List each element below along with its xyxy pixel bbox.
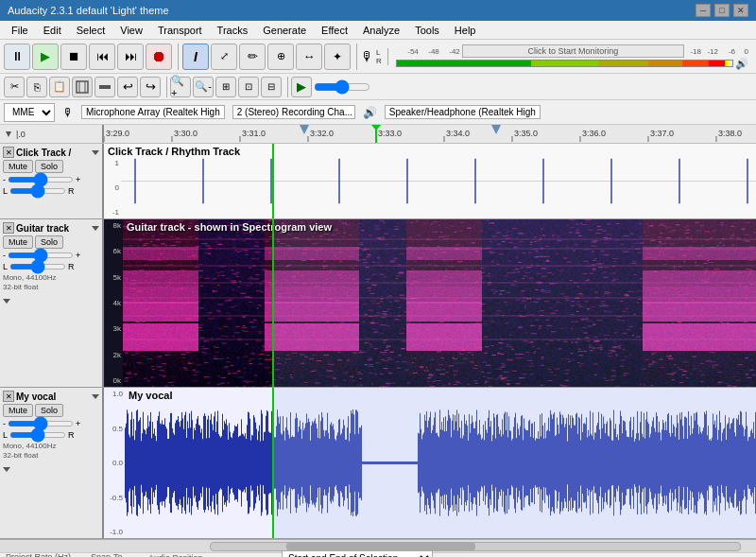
zoom-fit-button[interactable]: ⊡ — [238, 77, 259, 97]
vocal-pan-r: R — [68, 430, 75, 440]
envelope-tool-button[interactable]: ⤢ — [211, 44, 237, 70]
svg-text:3:31.0: 3:31.0 — [242, 129, 266, 138]
pause-button[interactable]: ⏸ — [4, 44, 30, 70]
stop-button[interactable]: ⏹ — [60, 44, 87, 70]
zoom-tool-button[interactable]: ⊕ — [267, 44, 294, 70]
scrollbar-thumb[interactable] — [286, 543, 475, 550]
svg-marker-4 — [6, 131, 11, 137]
svg-marker-30 — [92, 150, 99, 155]
click-gain-slider[interactable] — [8, 177, 74, 183]
timeline[interactable]: |.0 3:29.0 3:30.0 3:31.0 3:32.0 3:33.0 3… — [0, 125, 756, 144]
click-pan-l: L — [3, 186, 8, 196]
zoom-in-button[interactable]: 🔍+ — [170, 77, 191, 97]
guitar-track-info: Mono, 44100Hz32-bit float — [3, 273, 99, 293]
guitar-pan-l: L — [3, 262, 8, 271]
title-bar: Audacity 2.3.1 default 'Light' theme ─ □… — [0, 0, 756, 21]
vocal-mute-button[interactable]: Mute — [3, 404, 33, 417]
click-pan-slider[interactable] — [9, 188, 66, 194]
guitar-track: ✕ Guitar track Mute Solo - + L R Mono, 4… — [0, 219, 756, 388]
maximize-button[interactable]: □ — [714, 4, 730, 17]
vocal-track-close[interactable]: ✕ — [3, 391, 14, 402]
click-solo-button[interactable]: Solo — [35, 160, 63, 173]
cut-button[interactable]: ✂ — [4, 77, 25, 97]
menu-transport[interactable]: Transport — [150, 23, 210, 38]
skip-end-button[interactable]: ⏭ — [117, 44, 144, 70]
click-track-controls: ✕ Click Track / Mute Solo - + L R — [0, 144, 104, 218]
svg-marker-31 — [92, 226, 99, 231]
bottom-bar: Project Rate (Hz) 44100 Snap-To Off Audi… — [0, 552, 756, 557]
play-at-speed-button[interactable]: ▶ — [291, 77, 312, 97]
draw-tool-button[interactable]: ✏ — [239, 44, 266, 70]
vocal-track-content[interactable]: 1.0 0.5 0.0 -0.5 -1.0 My vocal — [104, 388, 756, 538]
menu-help[interactable]: Help — [447, 23, 484, 38]
guitar-track-name: Guitar track — [16, 223, 90, 234]
speed-slider[interactable] — [314, 83, 370, 91]
click-track-content[interactable]: Click Track / Rhythm Track 1 0 -1 — [104, 144, 756, 218]
timeshift-tool-button[interactable]: ↔ — [296, 44, 322, 70]
svg-text:3:33.0: 3:33.0 — [378, 129, 402, 138]
menu-generate[interactable]: Generate — [255, 23, 314, 38]
scrollbar-track[interactable] — [210, 542, 741, 551]
guitar-track-dropdown[interactable] — [92, 224, 99, 232]
vocal-gain-slider[interactable] — [8, 421, 74, 426]
guitar-mute-button[interactable]: Mute — [3, 235, 33, 249]
menu-tools[interactable]: Tools — [407, 23, 447, 38]
host-select[interactable]: MME — [4, 103, 55, 122]
copy-button[interactable]: ⎘ — [26, 77, 47, 97]
vocal-track-dropdown[interactable] — [92, 392, 99, 400]
menu-view[interactable]: View — [112, 23, 150, 38]
silence-button[interactable] — [94, 77, 115, 97]
speaker-icon: 🔊 — [363, 106, 377, 119]
menu-analyze[interactable]: Analyze — [355, 23, 407, 38]
mic-icon-small: 🎙 — [62, 106, 74, 119]
close-button[interactable]: ✕ — [733, 4, 748, 17]
svg-text:3:34.0: 3:34.0 — [446, 129, 470, 138]
guitar-gain-slider[interactable] — [8, 252, 74, 258]
play-button[interactable]: ▶ — [32, 44, 59, 70]
timeline-down-icon — [4, 130, 13, 139]
click-track-close[interactable]: ✕ — [3, 147, 14, 158]
record-button[interactable]: ⏺ — [146, 44, 172, 70]
svg-rect-3 — [99, 85, 111, 89]
click-track-dropdown[interactable] — [92, 148, 99, 156]
menu-file[interactable]: File — [4, 23, 36, 38]
svg-rect-0 — [77, 81, 88, 93]
trim-button[interactable] — [72, 77, 93, 97]
vocal-track-label: My vocal — [129, 390, 172, 401]
undo-button[interactable]: ↩ — [117, 77, 138, 97]
vocal-track: ✕ My vocal Mute Solo - + L R Mono, 44100… — [0, 388, 756, 539]
guitar-track-close[interactable]: ✕ — [3, 222, 14, 234]
menu-effect[interactable]: Effect — [314, 23, 355, 38]
svg-text:3:38.0: 3:38.0 — [718, 129, 742, 138]
click-mute-button[interactable]: Mute — [3, 160, 33, 173]
guitar-pan-slider[interactable] — [9, 264, 66, 270]
paste-button[interactable]: 📋 — [49, 77, 70, 97]
timeline-ruler[interactable]: 3:29.0 3:30.0 3:31.0 3:32.0 3:33.0 3:34.… — [104, 125, 756, 143]
vocal-track-down-arrow — [3, 465, 10, 473]
vocal-solo-button[interactable]: Solo — [35, 404, 63, 417]
input-device[interactable]: Microphone Array (Realtek High — [81, 105, 225, 119]
redo-button[interactable]: ↪ — [140, 77, 161, 97]
output-device[interactable]: Speaker/Headphone (Realtek High — [385, 105, 541, 119]
menu-tracks[interactable]: Tracks — [210, 23, 256, 38]
window-controls: ─ □ ✕ — [696, 4, 748, 17]
menu-select[interactable]: Select — [69, 23, 113, 38]
skip-start-button[interactable]: ⏮ — [89, 44, 115, 70]
click-to-monitor[interactable]: Click to Start Monitoring — [462, 44, 684, 58]
select-tool-button[interactable]: I — [182, 44, 209, 70]
channel-select[interactable]: 2 (Stereo) Recording Cha... — [232, 105, 355, 119]
zoom-out-button[interactable]: 🔍- — [193, 77, 214, 97]
audio-position-label: Audio Position — [148, 553, 262, 557]
mic-icon: 🎙 — [361, 49, 374, 64]
menu-edit[interactable]: Edit — [36, 23, 69, 38]
zoom-project-button[interactable]: ⊟ — [261, 77, 282, 97]
horizontal-scrollbar[interactable] — [0, 539, 756, 552]
vocal-pan-slider[interactable] — [9, 432, 66, 438]
multi-tool-button[interactable]: ✦ — [324, 44, 351, 70]
svg-text:3:29.0: 3:29.0 — [106, 129, 129, 138]
guitar-solo-button[interactable]: Solo — [35, 235, 63, 249]
minimize-button[interactable]: ─ — [696, 4, 711, 17]
svg-marker-33 — [92, 394, 99, 399]
zoom-selection-button[interactable]: ⊞ — [215, 77, 236, 97]
guitar-track-content[interactable]: 8k 6k 5k 4k 3k 2k 0k Guitar track - show… — [104, 219, 756, 387]
